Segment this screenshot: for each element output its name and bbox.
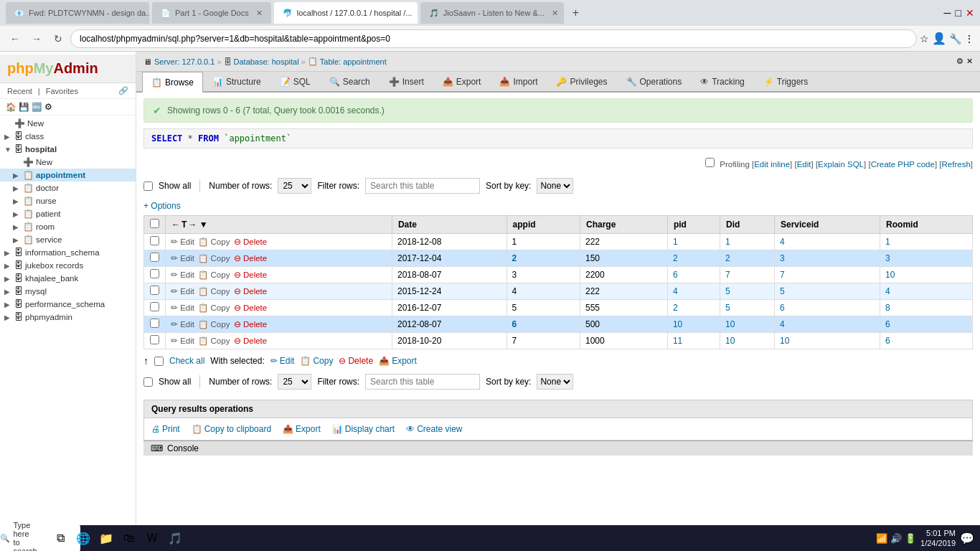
server-link[interactable]: Server: 127.0.0.1 bbox=[154, 57, 215, 66]
edit-row-3[interactable]: ✏ Edit bbox=[171, 287, 194, 296]
bulk-edit-link[interactable]: ✏ Edit bbox=[270, 356, 295, 366]
sort-select-bottom[interactable]: None bbox=[537, 374, 573, 390]
collapse-icon[interactable]: ✕ bbox=[966, 57, 973, 66]
delete-row-2[interactable]: ⊖ Delete bbox=[234, 270, 267, 279]
tab-docs[interactable]: 📄 Part 1 - Google Docs ✕ bbox=[152, 2, 271, 24]
sidebar-item-class[interactable]: ▶ 🗄 class bbox=[0, 130, 136, 143]
explain-sql-link[interactable]: Explain SQL bbox=[818, 160, 864, 169]
taskbar-chrome-icon[interactable]: 🌐 bbox=[73, 528, 93, 548]
delete-row-6[interactable]: ⊖ Delete bbox=[234, 336, 267, 345]
bulk-copy-link[interactable]: 📋 Copy bbox=[300, 356, 333, 366]
sidebar-item-nurse[interactable]: ▶ 📋 nurse bbox=[0, 194, 136, 207]
copy-row-0[interactable]: 📋 Copy bbox=[198, 237, 230, 246]
check-all-link[interactable]: Check all bbox=[169, 356, 204, 366]
sidebar-item-patient[interactable]: ▶ 📋 patient bbox=[0, 207, 136, 220]
search-taskbar[interactable]: 🔍 Type here to search bbox=[27, 528, 47, 548]
recent-link[interactable]: Recent bbox=[7, 87, 32, 95]
db-link[interactable]: Database: hospital bbox=[234, 57, 299, 66]
edit-row-6[interactable]: ✏ Edit bbox=[171, 336, 194, 345]
tab-browse[interactable]: 📋 Browse bbox=[142, 72, 203, 93]
extension-icon[interactable]: 🔧 bbox=[949, 33, 961, 44]
tab-saavn-close[interactable]: ✕ bbox=[552, 9, 558, 18]
edit-link-profiling[interactable]: Edit bbox=[797, 160, 811, 169]
db-icon[interactable]: 💾 bbox=[19, 102, 29, 112]
settings-icon[interactable]: ⚙ bbox=[44, 102, 52, 112]
maximize-button[interactable]: □ bbox=[956, 7, 961, 19]
bulk-export-link[interactable]: 📤 Export bbox=[379, 356, 417, 366]
forward-button[interactable]: → bbox=[27, 29, 46, 48]
edit-row-5[interactable]: ✏ Edit bbox=[171, 320, 194, 329]
copy-row-4[interactable]: 📋 Copy bbox=[198, 303, 230, 312]
tab-sql[interactable]: 📝 SQL bbox=[270, 72, 320, 91]
edit-row-4[interactable]: ✏ Edit bbox=[171, 303, 194, 312]
refresh-link[interactable]: Refresh bbox=[942, 160, 971, 169]
reload-button[interactable]: ↻ bbox=[49, 29, 67, 48]
copy-row-2[interactable]: 📋 Copy bbox=[198, 270, 230, 279]
edit-row-1[interactable]: ✏ Edit bbox=[171, 254, 194, 263]
new-tab-button[interactable]: + bbox=[567, 5, 585, 21]
task-view-button[interactable]: ⧉ bbox=[50, 528, 70, 548]
copy-row-6[interactable]: 📋 Copy bbox=[198, 336, 230, 345]
th-serviceid[interactable]: Serviceid bbox=[775, 216, 880, 234]
tab-gmail[interactable]: 📧 Fwd: PLDTCWYNMN - design da... ✕ bbox=[6, 2, 149, 24]
address-bar[interactable] bbox=[70, 29, 917, 48]
tab-phpmyadmin[interactable]: 🐬 localhost / 127.0.0.1 / hospital /... … bbox=[274, 2, 418, 24]
sidebar-item-hospital[interactable]: ▼ 🗄 hospital bbox=[0, 143, 136, 156]
search-input-bottom[interactable] bbox=[365, 374, 480, 390]
row-checkbox[interactable] bbox=[144, 333, 166, 349]
export-results-link[interactable]: 📤 Export bbox=[283, 424, 321, 434]
minimize-button[interactable]: ─ bbox=[944, 7, 951, 19]
sort-select-top[interactable]: None bbox=[537, 178, 573, 194]
tab-privileges[interactable]: 🔑 Privileges bbox=[547, 72, 616, 91]
tab-export[interactable]: 📤 Export bbox=[433, 72, 491, 91]
menu-icon[interactable]: ⋮ bbox=[964, 33, 974, 44]
sidebar-item-appointment[interactable]: ▶ 📋 appointment bbox=[0, 169, 136, 182]
copy-row-3[interactable]: 📋 Copy bbox=[198, 287, 230, 296]
th-date[interactable]: Date bbox=[392, 216, 507, 234]
table-link[interactable]: Table: appointment bbox=[320, 57, 387, 66]
sidebar-item-phpmyadmin[interactable]: ▶ 🗄 phpmyadmin bbox=[0, 311, 136, 324]
tab-saavn[interactable]: 🎵 JioSaavn - Listen to New &... ✕ bbox=[420, 2, 564, 24]
row-checkbox[interactable] bbox=[144, 250, 166, 267]
sidebar-item-performance-schema[interactable]: ▶ 🗄 performance_schema bbox=[0, 298, 136, 311]
display-chart-link[interactable]: 📊 Display chart bbox=[332, 424, 395, 434]
row-checkbox[interactable] bbox=[144, 234, 166, 250]
copy-row-1[interactable]: 📋 Copy bbox=[198, 254, 230, 263]
tab-tracking[interactable]: 👁 Tracking bbox=[691, 72, 754, 91]
delete-row-5[interactable]: ⊖ Delete bbox=[234, 320, 267, 329]
tab-insert[interactable]: ➕ Insert bbox=[380, 72, 433, 91]
bulk-delete-link[interactable]: ⊖ Delete bbox=[339, 356, 373, 366]
sql-icon[interactable]: 🔤 bbox=[32, 102, 42, 112]
options-link[interactable]: + Options bbox=[143, 201, 181, 211]
create-view-link[interactable]: 👁 Create view bbox=[406, 424, 462, 434]
taskbar-folder-icon[interactable]: 📁 bbox=[96, 528, 116, 548]
create-php-link[interactable]: Create PHP code bbox=[871, 160, 935, 169]
tab-search[interactable]: 🔍 Search bbox=[320, 72, 380, 91]
sidebar-item-room[interactable]: ▶ 📋 room bbox=[0, 220, 136, 233]
show-all-checkbox-bottom[interactable] bbox=[143, 377, 153, 387]
taskbar-word-icon[interactable]: W bbox=[142, 528, 162, 548]
copy-clipboard-link[interactable]: 📋 Copy to clipboard bbox=[192, 424, 271, 434]
settings-gear-icon[interactable]: ⚙ bbox=[956, 57, 963, 66]
th-appid[interactable]: appid bbox=[507, 216, 580, 234]
num-rows-select-bottom[interactable]: 2550100 bbox=[278, 374, 311, 390]
edit-row-0[interactable]: ✏ Edit bbox=[171, 237, 194, 246]
sidebar-item-doctor[interactable]: ▶ 📋 doctor bbox=[0, 182, 136, 194]
num-rows-select-top[interactable]: 2550100 bbox=[278, 178, 311, 194]
show-all-checkbox-top[interactable] bbox=[143, 182, 153, 191]
tab-import[interactable]: 📥 Import bbox=[490, 72, 547, 91]
row-checkbox[interactable] bbox=[144, 300, 166, 316]
home-icon[interactable]: 🏠 bbox=[6, 102, 16, 112]
th-charge[interactable]: Charge bbox=[580, 216, 667, 234]
delete-row-1[interactable]: ⊖ Delete bbox=[234, 254, 267, 263]
taskbar-music-icon[interactable]: 🎵 bbox=[165, 528, 185, 548]
row-checkbox[interactable] bbox=[144, 316, 166, 333]
network-icon[interactable]: 📶 bbox=[876, 533, 887, 544]
close-button[interactable]: ✕ bbox=[966, 7, 974, 19]
volume-icon[interactable]: 🔊 bbox=[890, 533, 902, 544]
bookmark-icon[interactable]: ☆ bbox=[920, 33, 929, 44]
row-checkbox[interactable] bbox=[144, 283, 166, 300]
edit-inline-link[interactable]: Edit inline bbox=[754, 160, 790, 169]
copy-row-5[interactable]: 📋 Copy bbox=[198, 320, 230, 329]
notification-icon[interactable]: 💬 bbox=[960, 532, 974, 545]
